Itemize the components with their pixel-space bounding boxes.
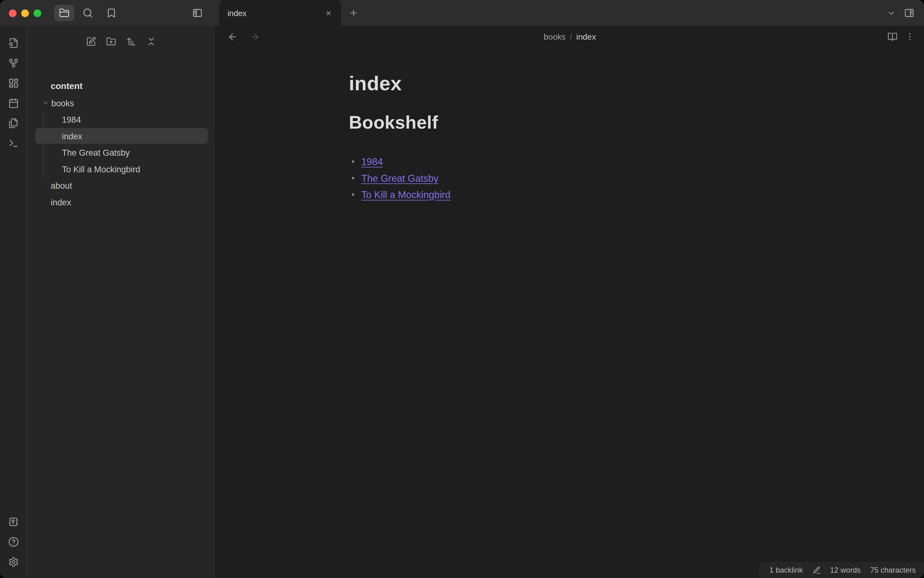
- note-title: index: [349, 72, 791, 95]
- templates-button[interactable]: [3, 113, 23, 133]
- view-header-actions: [888, 31, 914, 42]
- new-folder-button[interactable]: [103, 33, 120, 50]
- file-tree: content books 1984 index The Great Gatsb…: [27, 77, 215, 211]
- minimize-window-button[interactable]: [21, 9, 29, 17]
- breadcrumb-separator: /: [570, 32, 572, 41]
- stage: index: [0, 0, 924, 578]
- chevron-down-icon[interactable]: [40, 97, 52, 109]
- editor-pane: books / index index Bookshelf: [215, 26, 924, 578]
- collapse-all-button[interactable]: [143, 33, 160, 50]
- navigate-back-button[interactable]: [224, 28, 241, 45]
- traffic-lights: [9, 9, 41, 17]
- breadcrumb-books[interactable]: books: [544, 32, 566, 41]
- help-circle-icon: [8, 536, 19, 547]
- zoom-window-button[interactable]: [34, 9, 41, 17]
- tab-list-dropdown-button[interactable]: [887, 8, 896, 17]
- link-1984[interactable]: 1984: [361, 156, 383, 167]
- tree-file-about[interactable]: about: [36, 177, 208, 193]
- bullet-dot: [352, 193, 354, 196]
- tree-file-index-root[interactable]: index: [36, 194, 208, 210]
- file-label: The Great Gatsby: [62, 148, 130, 157]
- breadcrumb-index[interactable]: index: [576, 32, 596, 41]
- arrow-right-icon: [249, 31, 260, 42]
- close-window-button[interactable]: [9, 9, 16, 17]
- editing-mode-indicator[interactable]: [810, 566, 823, 574]
- obsidian-window: index: [0, 0, 924, 578]
- explorer-toolbar: [27, 31, 215, 52]
- workspace: content books 1984 index The Great Gatsb…: [0, 26, 924, 578]
- file-search-icon: [8, 38, 19, 49]
- navigate-forward-button[interactable]: [246, 28, 263, 45]
- indent-guide: [43, 111, 44, 177]
- link-the-great-gatsby[interactable]: The Great Gatsby: [361, 172, 439, 183]
- open-vault-button[interactable]: [3, 512, 23, 532]
- graph-icon: [8, 58, 19, 68]
- new-tab-button[interactable]: [345, 4, 362, 22]
- settings-button[interactable]: [3, 552, 23, 572]
- nav-buttons: [224, 28, 263, 45]
- plus-icon: [349, 8, 358, 18]
- titlebar-right: [887, 0, 924, 26]
- tree-folder-books[interactable]: books: [36, 95, 208, 111]
- tree-file-to-kill-a-mockingbird[interactable]: To Kill a Mockingbird: [36, 161, 208, 177]
- file-label: about: [50, 181, 72, 190]
- graph-view-button[interactable]: [3, 53, 23, 73]
- folder-icon: [59, 8, 70, 18]
- close-tab-button[interactable]: [321, 6, 335, 20]
- status-bar: 1 backlink 12 words 75 characters: [759, 562, 924, 578]
- file-explorer: content books 1984 index The Great Gatsb…: [27, 26, 215, 578]
- files-tab-button[interactable]: [54, 5, 74, 21]
- terminal-icon: [8, 138, 19, 149]
- quick-switcher-button[interactable]: [3, 33, 23, 53]
- panel-right-icon: [904, 8, 914, 18]
- tree-file-1984[interactable]: 1984: [36, 111, 208, 127]
- pencil-line-icon: [812, 566, 820, 574]
- breadcrumb: books / index: [544, 32, 596, 41]
- gear-icon: [8, 557, 19, 567]
- tree-file-the-great-gatsby[interactable]: The Great Gatsby: [36, 144, 208, 161]
- ribbon: [0, 26, 27, 578]
- word-count: 12 words: [827, 565, 863, 574]
- layout-dashboard-icon: [8, 78, 19, 89]
- ellipsis-vertical-icon: [905, 32, 914, 41]
- panel-left-icon: [192, 8, 203, 18]
- folder-plus-icon: [106, 36, 116, 46]
- chevrons-down-up-icon: [146, 36, 156, 46]
- titlebar: index: [0, 0, 924, 26]
- canvas-button[interactable]: [3, 73, 23, 93]
- search-icon: [83, 8, 93, 18]
- file-label: index: [50, 197, 71, 206]
- sort-order-button[interactable]: [123, 33, 139, 50]
- more-options-button[interactable]: [905, 32, 914, 41]
- arrow-left-icon: [227, 31, 237, 42]
- collapse-left-sidebar-button[interactable]: [187, 5, 207, 21]
- tab-index[interactable]: index: [219, 0, 341, 26]
- note-content: index Bookshelf 1984 The Great Gatsby: [349, 47, 791, 203]
- terminal-button[interactable]: [3, 133, 23, 153]
- link-to-kill-a-mockingbird[interactable]: To Kill a Mockingbird: [361, 189, 450, 200]
- daily-note-button[interactable]: [3, 93, 23, 113]
- note-scroll-area[interactable]: index Bookshelf 1984 The Great Gatsby: [215, 47, 924, 578]
- list-item: 1984: [349, 153, 791, 170]
- new-note-button[interactable]: [83, 33, 99, 50]
- file-label: index: [62, 131, 83, 141]
- expand-right-sidebar-button[interactable]: [904, 8, 914, 18]
- search-tab-button[interactable]: [78, 5, 98, 21]
- book-open-icon: [888, 31, 898, 42]
- tree-file-index-selected[interactable]: index: [36, 128, 208, 144]
- character-count: 75 characters: [868, 565, 918, 574]
- close-icon: [325, 10, 332, 16]
- calendar-icon: [8, 98, 19, 109]
- square-pen-icon: [86, 36, 96, 46]
- help-button[interactable]: [3, 532, 23, 552]
- list-item: To Kill a Mockingbird: [349, 187, 791, 203]
- bookmark-icon: [106, 8, 117, 18]
- bookmarks-tab-button[interactable]: [102, 5, 121, 21]
- list-item: The Great Gatsby: [349, 170, 791, 187]
- backlink-count[interactable]: 1 backlink: [767, 565, 806, 574]
- view-header: books / index: [215, 26, 924, 47]
- file-label: To Kill a Mockingbird: [62, 164, 140, 174]
- vault-title[interactable]: content: [36, 77, 208, 94]
- reading-mode-button[interactable]: [888, 31, 898, 42]
- folder-label: books: [51, 98, 74, 107]
